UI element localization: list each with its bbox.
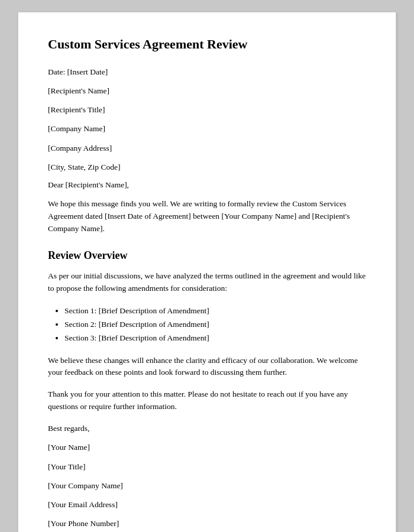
your-company-field: [Your Company Name] bbox=[48, 480, 366, 492]
your-phone-field: [Your Phone Number] bbox=[48, 518, 366, 530]
company-address-field: [Company Address] bbox=[48, 142, 366, 154]
review-overview-intro: As per our initial discussions, we have … bbox=[48, 270, 366, 295]
closing-paragraph: Thank you for your attention to this mat… bbox=[48, 388, 366, 413]
recipient-name-field: [Recipient's Name] bbox=[48, 85, 366, 97]
list-item: Section 2: [Brief Description of Amendme… bbox=[64, 318, 366, 332]
intro-paragraph: We hope this message finds you well. We … bbox=[48, 198, 366, 235]
document-page: Custom Services Agreement Review Date: [… bbox=[18, 12, 396, 532]
your-email-field: [Your Email Address] bbox=[48, 499, 366, 511]
list-item: Section 3: [Brief Description of Amendme… bbox=[64, 332, 366, 345]
city-state-zip-field: [City, State, Zip Code] bbox=[48, 161, 366, 173]
your-title-field: [Your Title] bbox=[48, 461, 366, 473]
your-name-field: [Your Name] bbox=[48, 442, 366, 453]
recipient-title-field: [Recipient's Title] bbox=[48, 104, 366, 116]
review-overview-heading: Review Overview bbox=[48, 249, 366, 262]
document-title: Custom Services Agreement Review bbox=[48, 36, 366, 53]
company-name-field: [Company Name] bbox=[48, 123, 366, 135]
amendments-list: Section 1: [Brief Description of Amendme… bbox=[64, 304, 366, 345]
best-regards: Best regards, bbox=[48, 423, 366, 434]
salutation-line: Dear [Recipient's Name], bbox=[48, 180, 366, 190]
feedback-paragraph: We believe these changes will enhance th… bbox=[48, 355, 366, 379]
list-item: Section 1: [Brief Description of Amendme… bbox=[64, 304, 366, 318]
date-line: Date: [Insert Date] bbox=[48, 66, 366, 78]
